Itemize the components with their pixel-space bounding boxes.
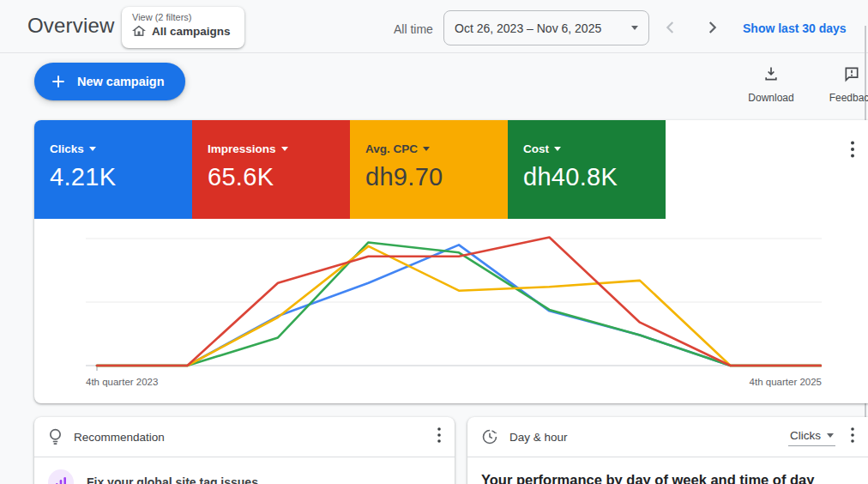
scorecard-avg-cpc[interactable]: Avg. CPC dh9.70 <box>350 120 508 219</box>
scorecard-label: Avg. CPC <box>365 142 418 155</box>
chevron-down-icon[interactable] <box>423 147 430 151</box>
date-range-selector[interactable]: Oct 26, 2023 – Nov 6, 2025 <box>443 10 649 45</box>
scorecard-label: Clicks <box>50 142 84 155</box>
scorecard-value: 4.21K <box>50 163 175 191</box>
lightbulb-icon <box>48 428 63 445</box>
recommendation-item[interactable]: Fix your global site tag issues <box>34 457 455 484</box>
date-prev-button[interactable] <box>661 18 680 37</box>
scorecard-cost[interactable]: Cost dh40.8K <box>508 120 666 219</box>
chevron-down-icon[interactable] <box>281 147 288 151</box>
scorecard-label: Impressions <box>208 142 276 155</box>
bar-chart-icon <box>48 469 74 484</box>
metric-select-value: Clicks <box>790 429 821 442</box>
feedback-icon <box>843 65 860 82</box>
metric-scorecards: Clicks 4.21K Impressions 65.6K Avg. CPC … <box>34 120 666 219</box>
scorecard-impressions[interactable]: Impressions 65.6K <box>192 120 350 219</box>
date-next-button[interactable] <box>702 18 721 37</box>
performance-line-chart[interactable]: 4th quarter 2023 4th quarter 2025 <box>86 228 822 387</box>
feedback-label: Feedback <box>821 92 868 104</box>
view-chip-value: All campaigns <box>152 25 231 38</box>
day-hour-subtitle: Your performance by day of week and time… <box>467 457 868 484</box>
new-campaign-label: New campaign <box>77 75 165 88</box>
show-last-30-days-link[interactable]: Show last 30 days <box>743 21 847 35</box>
feedback-button[interactable]: Feedback <box>821 65 868 104</box>
new-campaign-button[interactable]: New campaign <box>34 63 185 100</box>
recommendation-card: Recommendation Fix your global site tag … <box>34 417 455 484</box>
kebab-menu-icon[interactable] <box>851 427 854 446</box>
topbar-divider <box>0 52 868 53</box>
view-chip-caption: View (2 filters) <box>132 12 231 22</box>
day-hour-card: Day & hour Clicks Your performance by da… <box>467 417 868 484</box>
download-label: Download <box>740 92 802 104</box>
google-ads-overview-page: Overview View (2 filters) All campaigns … <box>0 0 868 484</box>
x-axis-label-right: 4th quarter 2025 <box>750 377 822 387</box>
clock-icon <box>481 428 498 445</box>
recommendation-item-text: Fix your global site tag issues <box>87 475 258 484</box>
scorecard-value: dh9.70 <box>365 163 491 191</box>
scorecard-value: 65.6K <box>208 163 333 191</box>
download-icon <box>763 65 780 82</box>
date-preset-label: All time <box>394 22 433 36</box>
home-icon <box>132 24 146 38</box>
chevron-down-icon <box>631 26 638 30</box>
scorecard-value: dh40.8K <box>523 163 648 191</box>
date-range-value: Oct 26, 2023 – Nov 6, 2025 <box>455 21 601 35</box>
card-title: Day & hour <box>509 431 568 444</box>
card-title: Recommendation <box>74 431 165 444</box>
campaign-view-chip[interactable]: View (2 filters) All campaigns <box>122 7 244 48</box>
chevron-down-icon[interactable] <box>554 147 561 151</box>
scorecard-label: Cost <box>523 142 549 155</box>
overview-summary-card: Clicks 4.21K Impressions 65.6K Avg. CPC … <box>34 120 868 403</box>
x-axis-label-left: 4th quarter 2023 <box>86 377 158 387</box>
kebab-menu-icon[interactable] <box>437 427 441 446</box>
chevron-down-icon[interactable] <box>89 147 96 151</box>
kebab-menu-icon[interactable] <box>851 141 854 161</box>
chevron-down-icon <box>827 433 834 438</box>
page-title: Overview <box>27 14 115 38</box>
chart-canvas[interactable] <box>86 228 822 376</box>
download-button[interactable]: Download <box>740 65 802 104</box>
plus-icon <box>50 73 67 90</box>
scorecard-clicks[interactable]: Clicks 4.21K <box>34 120 192 219</box>
metric-select-dropdown[interactable]: Clicks <box>788 427 835 446</box>
